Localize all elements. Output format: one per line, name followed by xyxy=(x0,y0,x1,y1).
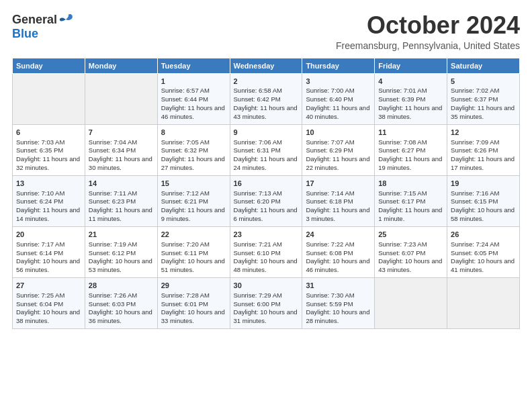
sunrise-text: Sunrise: 7:24 AM xyxy=(451,240,499,248)
daylight-text: Daylight: 11 hours and 6 minutes. xyxy=(234,206,298,222)
sunset-text: Sunset: 6:34 PM xyxy=(89,146,136,154)
sunset-text: Sunset: 6:03 PM xyxy=(89,300,136,308)
day-number: 28 xyxy=(89,281,154,291)
day-number: 31 xyxy=(306,281,371,291)
sunset-text: Sunset: 6:20 PM xyxy=(234,197,281,205)
day-number: 6 xyxy=(16,128,81,138)
daylight-text: Daylight: 11 hours and 19 minutes. xyxy=(378,155,442,171)
daylight-text: Daylight: 11 hours and 38 minutes. xyxy=(378,104,442,120)
daylight-text: Daylight: 11 hours and 32 minutes. xyxy=(16,155,80,171)
table-row: 25Sunrise: 7:23 AMSunset: 6:07 PMDayligh… xyxy=(375,226,447,277)
daylight-text: Daylight: 10 hours and 28 minutes. xyxy=(306,308,369,324)
table-row: 15Sunrise: 7:12 AMSunset: 6:21 PMDayligh… xyxy=(157,175,230,226)
day-number: 23 xyxy=(234,230,299,240)
sunset-text: Sunset: 5:59 PM xyxy=(306,300,353,308)
sunrise-text: Sunrise: 7:00 AM xyxy=(306,87,354,94)
table-row xyxy=(447,277,520,328)
table-row: 14Sunrise: 7:11 AMSunset: 6:23 PMDayligh… xyxy=(85,175,157,226)
day-number: 9 xyxy=(234,128,299,138)
sunrise-text: Sunrise: 7:19 AM xyxy=(89,240,137,248)
table-row: 8Sunrise: 7:05 AMSunset: 6:32 PMDaylight… xyxy=(157,124,230,175)
table-row: 30Sunrise: 7:29 AMSunset: 6:00 PMDayligh… xyxy=(230,277,302,328)
table-row: 9Sunrise: 7:06 AMSunset: 6:31 PMDaylight… xyxy=(230,124,302,175)
sunrise-text: Sunrise: 7:08 AM xyxy=(378,138,427,146)
sunset-text: Sunset: 6:23 PM xyxy=(89,197,136,205)
col-saturday: Saturday xyxy=(447,58,520,73)
table-row: 5Sunrise: 7:02 AMSunset: 6:37 PMDaylight… xyxy=(447,73,520,124)
logo: General Blue xyxy=(12,12,73,41)
sunset-text: Sunset: 6:42 PM xyxy=(234,95,281,103)
sunrise-text: Sunrise: 7:30 AM xyxy=(306,291,354,299)
sunset-text: Sunset: 6:24 PM xyxy=(16,197,63,205)
sunrise-text: Sunrise: 7:28 AM xyxy=(161,291,210,299)
table-row: 29Sunrise: 7:28 AMSunset: 6:01 PMDayligh… xyxy=(157,277,230,328)
sunset-text: Sunset: 6:14 PM xyxy=(16,249,63,257)
table-row: 20Sunrise: 7:17 AMSunset: 6:14 PMDayligh… xyxy=(13,226,85,277)
table-row: 28Sunrise: 7:26 AMSunset: 6:03 PMDayligh… xyxy=(85,277,157,328)
sunrise-text: Sunrise: 7:04 AM xyxy=(89,138,137,146)
day-number: 12 xyxy=(451,128,516,138)
daylight-text: Daylight: 10 hours and 36 minutes. xyxy=(89,308,152,324)
daylight-text: Daylight: 10 hours and 31 minutes. xyxy=(234,308,298,324)
sunrise-text: Sunrise: 6:57 AM xyxy=(161,87,210,94)
day-number: 21 xyxy=(89,230,154,240)
logo-bird-icon xyxy=(58,12,73,27)
day-number: 17 xyxy=(306,179,371,189)
col-wednesday: Wednesday xyxy=(230,58,302,73)
table-row: 17Sunrise: 7:14 AMSunset: 6:18 PMDayligh… xyxy=(302,175,375,226)
daylight-text: Daylight: 11 hours and 40 minutes. xyxy=(306,104,369,120)
calendar-week-row: 20Sunrise: 7:17 AMSunset: 6:14 PMDayligh… xyxy=(13,226,520,277)
table-row: 26Sunrise: 7:24 AMSunset: 6:05 PMDayligh… xyxy=(447,226,520,277)
daylight-text: Daylight: 10 hours and 41 minutes. xyxy=(451,257,515,273)
table-row: 22Sunrise: 7:20 AMSunset: 6:11 PMDayligh… xyxy=(157,226,230,277)
table-row: 1Sunrise: 6:57 AMSunset: 6:44 PMDaylight… xyxy=(157,73,230,124)
daylight-text: Daylight: 10 hours and 56 minutes. xyxy=(16,257,80,273)
sunset-text: Sunset: 6:01 PM xyxy=(161,300,208,308)
daylight-text: Daylight: 10 hours and 58 minutes. xyxy=(451,206,515,222)
calendar: Sunday Monday Tuesday Wednesday Thursday… xyxy=(12,58,520,329)
day-number: 4 xyxy=(378,77,443,87)
table-row: 12Sunrise: 7:09 AMSunset: 6:26 PMDayligh… xyxy=(447,124,520,175)
table-row: 2Sunrise: 6:58 AMSunset: 6:42 PMDaylight… xyxy=(230,73,302,124)
sunset-text: Sunset: 6:37 PM xyxy=(451,95,498,103)
sunrise-text: Sunrise: 7:09 AM xyxy=(451,138,499,146)
table-row: 19Sunrise: 7:16 AMSunset: 6:15 PMDayligh… xyxy=(447,175,520,226)
col-friday: Friday xyxy=(375,58,447,73)
sunrise-text: Sunrise: 7:20 AM xyxy=(161,240,210,248)
daylight-text: Daylight: 11 hours and 43 minutes. xyxy=(234,104,298,120)
table-row xyxy=(375,277,447,328)
sunset-text: Sunset: 6:07 PM xyxy=(378,249,425,257)
sunrise-text: Sunrise: 7:06 AM xyxy=(234,138,282,146)
col-tuesday: Tuesday xyxy=(157,58,230,73)
col-sunday: Sunday xyxy=(13,58,85,73)
sunrise-text: Sunrise: 7:23 AM xyxy=(378,240,427,248)
sunrise-text: Sunrise: 7:11 AM xyxy=(89,189,137,197)
daylight-text: Daylight: 10 hours and 48 minutes. xyxy=(234,257,298,273)
sunset-text: Sunset: 6:27 PM xyxy=(378,146,425,154)
table-row: 13Sunrise: 7:10 AMSunset: 6:24 PMDayligh… xyxy=(13,175,85,226)
daylight-text: Daylight: 10 hours and 38 minutes. xyxy=(16,308,80,324)
table-row: 3Sunrise: 7:00 AMSunset: 6:40 PMDaylight… xyxy=(302,73,375,124)
calendar-header-row: Sunday Monday Tuesday Wednesday Thursday… xyxy=(13,58,520,73)
table-row: 18Sunrise: 7:15 AMSunset: 6:17 PMDayligh… xyxy=(375,175,447,226)
day-number: 25 xyxy=(378,230,443,240)
daylight-text: Daylight: 11 hours and 9 minutes. xyxy=(161,206,225,222)
sunset-text: Sunset: 6:12 PM xyxy=(89,249,136,257)
calendar-week-row: 6Sunrise: 7:03 AMSunset: 6:35 PMDaylight… xyxy=(13,124,520,175)
day-number: 15 xyxy=(161,179,226,189)
day-number: 18 xyxy=(378,179,443,189)
sunset-text: Sunset: 6:10 PM xyxy=(234,249,281,257)
sunrise-text: Sunrise: 7:02 AM xyxy=(451,87,499,94)
daylight-text: Daylight: 10 hours and 53 minutes. xyxy=(89,257,152,273)
day-number: 1 xyxy=(161,77,226,87)
day-number: 10 xyxy=(306,128,371,138)
day-number: 26 xyxy=(451,230,516,240)
month-title: October 2024 xyxy=(336,12,520,39)
day-number: 11 xyxy=(378,128,443,138)
sunset-text: Sunset: 6:26 PM xyxy=(451,146,498,154)
table-row: 6Sunrise: 7:03 AMSunset: 6:35 PMDaylight… xyxy=(13,124,85,175)
sunrise-text: Sunrise: 7:05 AM xyxy=(161,138,210,146)
sunset-text: Sunset: 6:11 PM xyxy=(161,249,208,257)
calendar-week-row: 27Sunrise: 7:25 AMSunset: 6:04 PMDayligh… xyxy=(13,277,520,328)
sunrise-text: Sunrise: 7:01 AM xyxy=(378,87,427,94)
